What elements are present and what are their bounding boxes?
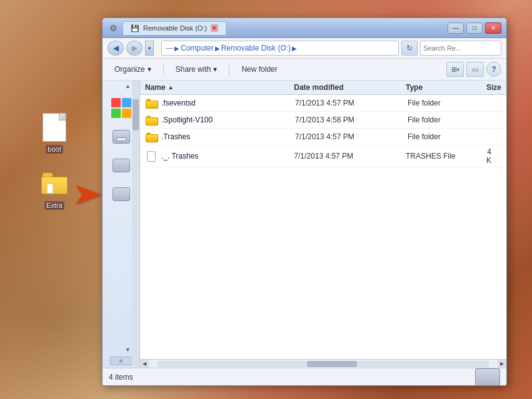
file-name-fseventsd: .fseventsd	[161, 99, 295, 107]
desktop-icon-boot[interactable]: boot	[33, 112, 76, 154]
desktop: boot Extra ➤ ⚙ 💾 Removable Disk (O:) ✕	[0, 0, 532, 399]
breadcrumb-computer[interactable]: Computer	[181, 44, 214, 52]
file-date-trashes: 7/1/2013 4:57 PM	[295, 132, 408, 141]
sidebar-scroll-up[interactable]: ▲	[125, 83, 131, 89]
organize-button[interactable]: Organize ▾	[108, 61, 158, 77]
sidebar-item-hdd1[interactable]	[109, 124, 134, 149]
file-type-dot-trashes: TRASHES File	[406, 152, 486, 160]
file-name-spotlight: .Spotlight-V100	[161, 116, 295, 124]
tab-close-button[interactable]: ✕	[211, 24, 218, 32]
file-type-fseventsd: File folder	[408, 99, 489, 107]
boot-icon-label: boot	[46, 145, 63, 154]
column-type[interactable]: Type	[406, 83, 486, 92]
organize-dropdown-icon: ▾	[148, 65, 151, 74]
new-folder-button[interactable]: New folder	[234, 61, 284, 77]
extra-icon-label: Extra	[44, 201, 64, 210]
sidebar-bottom-control[interactable]: ≡	[110, 357, 133, 365]
back-button[interactable]: ◀	[108, 41, 124, 56]
title-bar-icon: ⚙	[108, 22, 119, 34]
h-scroll-left-button[interactable]: ◀	[140, 360, 149, 368]
window-controls: — □ ✕	[448, 22, 501, 34]
file-list-header: Name ▲ Date modified Type Size	[140, 81, 506, 95]
desktop-icon-extra[interactable]: Extra	[33, 169, 76, 210]
close-button[interactable]: ✕	[485, 22, 501, 34]
file-size-dot-trashes: 4 K	[486, 147, 501, 165]
address-bar-area: ◀ ▶ ▾ — ▶ Computer ▶ Removable Disk (O:)…	[103, 38, 506, 59]
explorer-window: ⚙ 💾 Removable Disk (O:) ✕ — □ ✕ ◀ ▶ ▾ — …	[102, 17, 507, 386]
file-name-dot-trashes: ._. Trashes	[161, 152, 294, 160]
extra-icon	[39, 169, 69, 199]
forward-button[interactable]: ▶	[126, 41, 143, 56]
share-with-button[interactable]: Share with ▾	[169, 61, 224, 77]
tab-icon: 💾	[131, 24, 139, 32]
file-row-spotlight[interactable]: .Spotlight-V100 7/1/2013 4:58 PM File fo…	[140, 112, 506, 129]
file-list[interactable]: .fseventsd 7/1/2013 4:57 PM File folder …	[140, 95, 506, 359]
removable-drive-icon	[475, 368, 500, 386]
organize-label: Organize	[114, 65, 145, 74]
file-date-dot-trashes: 7/1/2013 4:57 PM	[294, 152, 406, 160]
search-input[interactable]	[423, 44, 507, 52]
toolbar-separator-2	[229, 63, 229, 76]
column-size[interactable]: Size	[486, 83, 501, 92]
minimize-button[interactable]: —	[448, 22, 464, 34]
pane-button[interactable]: ▭	[466, 62, 484, 77]
help-button[interactable]: ?	[486, 62, 501, 77]
pane-icon: ▭	[472, 66, 478, 74]
file-name-trashes: .Trashes	[161, 132, 295, 141]
breadcrumb-sep-3: ▶	[292, 45, 297, 52]
sidebar-scrollbar[interactable]	[132, 81, 139, 368]
h-scroll-right-button[interactable]: ▶	[498, 360, 506, 368]
breadcrumb-disk[interactable]: Removable Disk (O:)	[221, 44, 291, 52]
hdd-icon-1	[113, 130, 130, 144]
toolbar: Organize ▾ Share with ▾ New folder ⊞ ▾ ▭	[103, 59, 506, 81]
view-dropdown-button[interactable]: ⊞ ▾	[446, 62, 464, 77]
file-row-fseventsd[interactable]: .fseventsd 7/1/2013 4:57 PM File folder	[140, 95, 506, 112]
file-type-trashes: File folder	[408, 132, 489, 141]
file-date-spotlight: 7/1/2013 4:58 PM	[295, 116, 408, 124]
file-date-fseventsd: 7/1/2013 4:57 PM	[295, 99, 408, 107]
maximize-button[interactable]: □	[466, 22, 483, 34]
breadcrumb-sep-1: ▶	[174, 45, 179, 52]
toolbar-right: ⊞ ▾ ▭ ?	[446, 62, 501, 77]
sidebar-item-windows[interactable]	[109, 96, 134, 121]
share-with-label: Share with	[176, 65, 211, 74]
title-bar: ⚙ 💾 Removable Disk (O:) ✕ — □ ✕	[103, 18, 506, 38]
items-count: 4 items	[109, 373, 133, 382]
status-bar: 4 items	[103, 368, 506, 385]
nav-dropdown[interactable]: ▾	[145, 41, 154, 56]
sidebar-item-hdd2[interactable]	[109, 153, 134, 178]
window-tab[interactable]: 💾 Removable Disk (O:) ✕	[123, 21, 226, 35]
file-list-area: Name ▲ Date modified Type Size	[140, 81, 506, 368]
status-bar-drive-icon	[475, 368, 500, 386]
sidebar-scrollbar-thumb	[133, 99, 139, 131]
file-icon-dot-trashes	[145, 150, 158, 162]
folder-icon-spotlight	[145, 114, 158, 126]
column-date[interactable]: Date modified	[294, 83, 406, 92]
search-box[interactable]: 🔍	[420, 41, 501, 56]
sidebar: ▲	[103, 81, 140, 368]
main-content: ▲	[103, 81, 506, 368]
hdd-icon-2	[113, 159, 130, 172]
view-dropdown-arrow: ▾	[457, 67, 459, 72]
sidebar-item-hdd3[interactable]	[109, 182, 134, 207]
help-icon: ?	[491, 65, 496, 74]
address-breadcrumb[interactable]: — ▶ Computer ▶ Removable Disk (O:) ▶	[161, 41, 399, 56]
h-scroll-track[interactable]	[158, 361, 489, 367]
share-dropdown-icon: ▾	[213, 65, 217, 74]
breadcrumb-sep-2: ▶	[215, 45, 220, 52]
file-row-trashes[interactable]: .Trashes 7/1/2013 4:57 PM File folder	[140, 129, 506, 145]
windows-logo-icon	[111, 98, 131, 118]
file-type-spotlight: File folder	[408, 116, 489, 124]
hdd-icon-3	[113, 187, 130, 201]
toolbar-separator-1	[163, 63, 164, 76]
tab-label: Removable Disk (O:)	[143, 24, 207, 32]
sidebar-expand-icon: ≡	[110, 357, 133, 365]
horizontal-scrollbar[interactable]: ◀ ▶	[140, 359, 506, 368]
file-row-dot-trashes[interactable]: ._. Trashes 7/1/2013 4:57 PM TRASHES Fil…	[140, 145, 506, 167]
folder-icon-trashes	[145, 131, 158, 143]
refresh-button[interactable]: ↻	[401, 41, 418, 56]
h-scroll-thumb	[307, 361, 357, 367]
new-folder-label: New folder	[241, 65, 277, 74]
column-name[interactable]: Name ▲	[145, 83, 294, 92]
sidebar-scroll-down[interactable]: ▼	[125, 347, 131, 353]
